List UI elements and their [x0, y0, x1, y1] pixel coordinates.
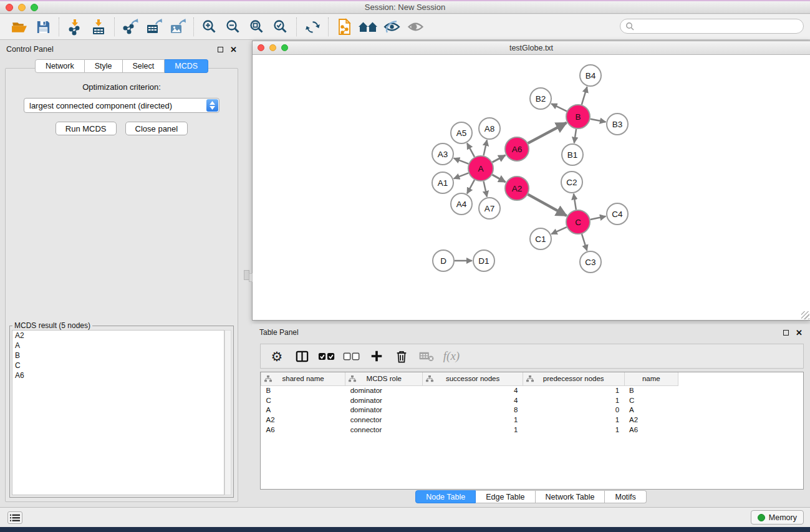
graph-node[interactable]: A — [468, 156, 493, 181]
graph-node[interactable]: A7 — [479, 198, 500, 219]
graph-node[interactable]: C2 — [561, 172, 582, 193]
export-image-button[interactable] — [166, 16, 190, 37]
zoom-out-button[interactable] — [221, 16, 245, 37]
result-item[interactable]: A2 — [12, 331, 224, 341]
tab-mcds[interactable]: MCDS — [165, 59, 208, 73]
graph-edge[interactable] — [591, 119, 606, 122]
zoom-in-button[interactable] — [198, 16, 221, 37]
graph-node[interactable]: C — [566, 210, 590, 234]
graph-edge[interactable] — [582, 87, 587, 105]
graph-edge[interactable] — [483, 140, 486, 156]
column-header-shared-name[interactable]: shared name — [261, 372, 345, 385]
graph-edge[interactable] — [551, 227, 566, 234]
tab-motifs[interactable]: Motifs — [605, 490, 646, 503]
graph-edge[interactable] — [591, 216, 606, 220]
task-history-button[interactable] — [7, 511, 22, 524]
unselect-all-button[interactable] — [340, 346, 363, 366]
graph-edge[interactable] — [454, 173, 469, 178]
graph-node[interactable]: A3 — [432, 143, 453, 165]
birds-eye-button[interactable] — [403, 16, 427, 37]
network-left-splitter[interactable] — [249, 273, 253, 282]
graph-node[interactable]: C3 — [580, 251, 601, 273]
graph-edge[interactable] — [454, 158, 469, 164]
memory-button[interactable]: Memory — [751, 510, 804, 525]
import-network-button[interactable] — [63, 16, 87, 37]
graph-edge[interactable] — [582, 234, 587, 251]
graph-node[interactable]: C4 — [607, 203, 628, 225]
table-row[interactable]: Cdominator41C — [261, 395, 678, 405]
graph-node[interactable]: B4 — [580, 65, 601, 86]
graph-edge[interactable] — [493, 155, 506, 162]
network-file-button[interactable] — [332, 16, 356, 37]
graph-edge[interactable] — [551, 104, 567, 111]
column-header-name[interactable]: name — [624, 372, 678, 385]
zoom-selected-button[interactable] — [269, 16, 292, 37]
graph-edge[interactable] — [574, 194, 576, 210]
create-column-button[interactable] — [365, 346, 388, 366]
export-table-button[interactable] — [142, 16, 166, 37]
search-input[interactable] — [637, 20, 803, 32]
result-item[interactable]: A6 — [12, 370, 224, 380]
graph-edge[interactable] — [492, 175, 505, 182]
export-network-button[interactable] — [118, 16, 142, 37]
table-settings-button[interactable]: ⚙ — [266, 346, 288, 366]
import-table-button[interactable] — [87, 16, 110, 37]
column-header-predecessor-nodes[interactable]: predecessor nodes — [523, 372, 624, 385]
search-field[interactable] — [620, 19, 804, 34]
tab-network-table[interactable]: Network Table — [536, 490, 605, 503]
graph-node[interactable]: D — [433, 250, 454, 271]
result-item[interactable]: A — [12, 341, 224, 351]
column-header-mcds-role[interactable]: MCDS role — [345, 372, 423, 385]
float-panel-icon[interactable] — [218, 47, 223, 52]
zoom-fit-button[interactable] — [245, 16, 269, 37]
network-canvas[interactable]: B4B2BB3A8A5A6A3B1AA1C2A2A4A7C4CC1C3DD1 — [253, 55, 810, 320]
table-row[interactable]: A6connector11A6 — [261, 425, 678, 435]
graph-node[interactable]: A8 — [479, 118, 500, 139]
graph-edge[interactable] — [467, 180, 475, 193]
tab-edge-table[interactable]: Edge Table — [476, 490, 535, 503]
hide-details-button[interactable] — [380, 16, 403, 37]
tab-node-table[interactable]: Node Table — [415, 490, 476, 503]
criterion-dropdown[interactable]: largest connected component (directed) — [24, 98, 219, 113]
result-item[interactable]: B — [12, 351, 224, 360]
table-row[interactable]: A2connector11A2 — [261, 415, 678, 425]
tab-select[interactable]: Select — [123, 59, 165, 73]
graph-edge[interactable] — [528, 195, 567, 216]
graph-node[interactable]: A1 — [432, 172, 453, 193]
graph-node[interactable]: A5 — [451, 122, 472, 143]
graph-node[interactable]: C1 — [530, 228, 551, 249]
close-table-panel-icon[interactable]: ✕ — [796, 330, 803, 336]
graph-node[interactable]: A4 — [451, 193, 472, 215]
graph-node[interactable]: D1 — [473, 250, 494, 271]
close-panel-icon[interactable]: ✕ — [230, 47, 237, 52]
graph-edge[interactable] — [528, 123, 567, 143]
tab-network[interactable]: Network — [35, 59, 85, 73]
graph-node[interactable]: B3 — [607, 114, 628, 135]
float-table-panel-icon[interactable] — [783, 330, 789, 336]
open-file-button[interactable] — [7, 16, 31, 37]
run-mcds-button[interactable]: Run MCDS — [55, 122, 117, 135]
tab-style[interactable]: Style — [85, 59, 123, 73]
select-all-button[interactable] — [316, 346, 338, 366]
graph-node[interactable]: B2 — [530, 88, 551, 109]
save-session-button[interactable] — [31, 16, 55, 37]
graph-node[interactable]: A2 — [505, 177, 529, 200]
table-row[interactable]: Adominator80A — [261, 405, 678, 415]
column-header-successor-nodes[interactable]: successor nodes — [423, 372, 523, 385]
graph-edge[interactable] — [574, 129, 576, 143]
delete-columns-button[interactable] — [390, 346, 413, 366]
window-resize-grip[interactable] — [801, 311, 809, 319]
close-panel-button[interactable]: Close panel — [125, 122, 188, 135]
graph-edge[interactable] — [467, 143, 475, 157]
home-networks-button[interactable] — [356, 16, 380, 37]
graph-node[interactable]: B — [566, 105, 590, 128]
mcds-result-list[interactable]: A2ABCA6 — [12, 330, 224, 495]
graph-node[interactable]: B1 — [562, 144, 583, 165]
refresh-button[interactable] — [301, 16, 324, 37]
result-item[interactable]: C — [12, 360, 224, 370]
graph-node[interactable]: A6 — [505, 137, 529, 161]
result-scrollbar[interactable] — [224, 330, 231, 495]
table-row[interactable]: Bdominator41B — [261, 385, 678, 395]
show-column-panel-button[interactable] — [291, 346, 313, 366]
graph-edge[interactable] — [483, 181, 486, 197]
